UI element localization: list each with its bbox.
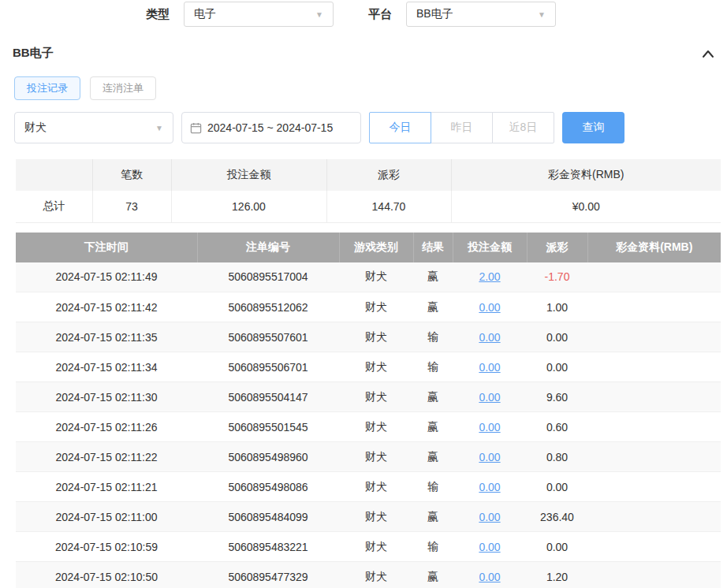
cell-order-id: 5060895512062	[197, 292, 339, 322]
header-bet-amount: 投注金额	[453, 233, 527, 262]
summary-section: 笔数 投注金额 派彩 彩金资料(RMB) 总计 73 126.00 144.70…	[16, 159, 711, 223]
tab-cancelled-orders[interactable]: 连消注单	[90, 76, 156, 100]
cell-bonus	[587, 502, 721, 532]
bets-table: 下注时间 注单编号 游戏类别 结果 投注金额 派彩 彩金资料(RMB) 2024…	[16, 233, 721, 588]
cell-bet-amount: 0.00	[453, 562, 527, 588]
cell-payout: 0.00	[527, 352, 587, 382]
cell-order-id: 5060895501545	[197, 412, 339, 442]
type-select[interactable]: 电子 ▼	[184, 2, 334, 27]
cell-bet-time: 2024-07-15 02:10:59	[16, 532, 197, 562]
cell-payout: 0.00	[527, 532, 587, 562]
cell-bet-amount: 0.00	[453, 322, 527, 352]
cell-order-id: 5060895477329	[197, 562, 339, 588]
cell-payout: 236.40	[527, 502, 587, 532]
bet-amount-link[interactable]: 0.00	[479, 391, 500, 404]
bet-amount-link[interactable]: 0.00	[479, 331, 500, 344]
quick-range-8days[interactable]: 近8日	[492, 112, 554, 143]
chevron-down-icon: ▼	[155, 124, 163, 132]
tab-bet-records[interactable]: 投注记录	[14, 76, 80, 100]
header-bet-time: 下注时间	[16, 233, 197, 262]
bet-amount-link[interactable]: 0.00	[479, 571, 500, 583]
cell-bet-time: 2024-07-15 02:11:26	[16, 412, 197, 442]
cell-bet-time: 2024-07-15 02:10:50	[16, 562, 197, 588]
summary-total-label: 总计	[16, 191, 92, 222]
table-row: 2024-07-15 02:11:425060895512062财犬赢0.001…	[16, 292, 721, 322]
bet-amount-link[interactable]: 0.00	[479, 541, 500, 553]
table-row: 2024-07-15 02:11:215060895498086财犬输0.000…	[16, 472, 721, 502]
collapse-button[interactable]	[702, 49, 714, 58]
summary-header-count: 笔数	[92, 159, 171, 191]
cell-bet-time: 2024-07-15 02:11:00	[16, 502, 197, 532]
platform-select-value: BB电子	[416, 7, 453, 21]
summary-table: 笔数 投注金额 派彩 彩金资料(RMB) 总计 73 126.00 144.70…	[16, 159, 721, 223]
record-tabs: 投注记录 连消注单	[0, 76, 727, 100]
bet-amount-link[interactable]: 0.00	[479, 451, 500, 463]
cell-bonus	[587, 382, 721, 412]
cell-bonus	[587, 322, 721, 352]
summary-total-row: 总计 73 126.00 144.70 ¥0.00	[16, 191, 721, 222]
bet-amount-link[interactable]: 0.00	[479, 481, 500, 493]
cell-order-id: 5060895498086	[197, 472, 339, 502]
table-row: 2024-07-15 02:11:495060895517004财犬赢2.00-…	[16, 262, 721, 292]
cell-bet-amount: 0.00	[453, 412, 527, 442]
cell-order-id: 5060895498960	[197, 442, 339, 472]
table-row: 2024-07-15 02:10:595060895483221财犬输0.000…	[16, 532, 721, 562]
cell-bet-amount: 0.00	[453, 442, 527, 472]
cell-game-type: 财犬	[339, 292, 413, 322]
table-row: 2024-07-15 02:11:225060895498960财犬赢0.000…	[16, 442, 721, 472]
header-game-type: 游戏类别	[339, 233, 413, 262]
bet-amount-link[interactable]: 0.00	[479, 421, 500, 434]
cell-payout: 9.60	[527, 382, 587, 412]
cell-bet-time: 2024-07-15 02:11:34	[16, 352, 197, 382]
cell-result: 输	[413, 532, 453, 562]
cell-payout: 0.80	[527, 442, 587, 472]
cell-payout: 1.00	[527, 292, 587, 322]
cell-bonus	[587, 442, 721, 472]
game-select[interactable]: 财犬 ▼	[14, 112, 173, 143]
table-row: 2024-07-15 02:11:355060895507601财犬输0.000…	[16, 322, 721, 352]
cell-result: 赢	[413, 292, 453, 322]
quick-range-yesterday[interactable]: 昨日	[431, 112, 493, 143]
cell-payout: 0.00	[527, 472, 587, 502]
section-title: BB电子	[13, 46, 54, 61]
cell-bet-amount: 2.00	[453, 262, 527, 292]
bet-amount-link[interactable]: 0.00	[479, 511, 500, 523]
summary-total-payout: 144.70	[326, 191, 451, 222]
cell-payout: -1.70	[527, 262, 587, 292]
summary-header-payout: 派彩	[326, 159, 451, 191]
bet-amount-link[interactable]: 0.00	[479, 361, 500, 374]
cell-bonus	[587, 262, 721, 292]
summary-header-bonus: 彩金资料(RMB)	[451, 159, 721, 191]
bets-table-body: 2024-07-15 02:11:495060895517004财犬赢2.00-…	[16, 262, 721, 588]
cell-payout: 0.60	[527, 412, 587, 442]
date-range-picker[interactable]: 2024-07-15 ~ 2024-07-15	[181, 112, 361, 143]
cell-bet-amount: 0.00	[453, 292, 527, 322]
cell-result: 赢	[413, 562, 453, 588]
cell-bet-time: 2024-07-15 02:11:35	[16, 322, 197, 352]
calendar-icon	[190, 122, 202, 134]
cell-result: 输	[413, 472, 453, 502]
search-button[interactable]: 查询	[562, 112, 624, 143]
cell-bonus	[587, 352, 721, 382]
cell-order-id: 5060895506701	[197, 352, 339, 382]
bet-amount-link[interactable]: 0.00	[479, 301, 500, 314]
summary-header-blank	[16, 159, 92, 191]
summary-header-bet-amount: 投注金额	[171, 159, 326, 191]
type-field: 类型 电子 ▼	[146, 2, 334, 27]
cell-bet-amount: 0.00	[453, 532, 527, 562]
cell-game-type: 财犬	[339, 262, 413, 292]
game-select-value: 财犬	[24, 121, 47, 135]
chevron-down-icon: ▼	[315, 10, 323, 19]
bet-amount-link[interactable]: 2.00	[479, 270, 500, 283]
platform-select[interactable]: BB电子 ▼	[406, 2, 556, 27]
top-filter-bar: 类型 电子 ▼ 平台 BB电子 ▼	[0, 0, 727, 28]
quick-range-today[interactable]: 今日	[369, 112, 431, 143]
type-select-value: 电子	[194, 7, 216, 21]
table-row: 2024-07-15 02:11:305060895504147财犬赢0.009…	[16, 382, 721, 412]
table-row: 2024-07-15 02:11:265060895501545财犬赢0.000…	[16, 412, 721, 442]
cell-order-id: 5060895504147	[197, 382, 339, 412]
cell-bet-amount: 0.00	[453, 352, 527, 382]
table-row: 2024-07-15 02:11:005060895484099财犬赢0.002…	[16, 502, 721, 532]
cell-game-type: 财犬	[339, 322, 413, 352]
summary-header-row: 笔数 投注金额 派彩 彩金资料(RMB)	[16, 159, 721, 191]
